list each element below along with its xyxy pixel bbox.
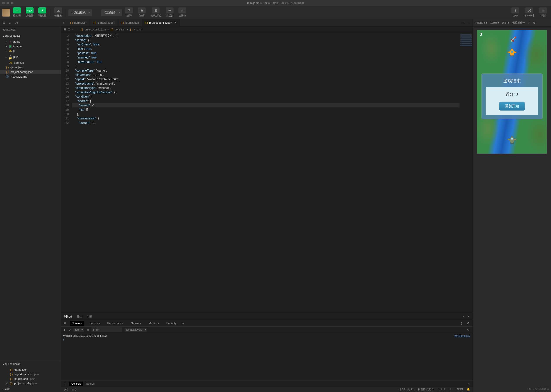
drawer-close-icon[interactable]: ✕ xyxy=(468,382,470,385)
console-output[interactable]: Wechat Lib:2.10.0, 2020.1.6 16:54:02WAGa… xyxy=(61,333,473,380)
tree-item-game.json[interactable]: { }game.json xyxy=(0,65,61,70)
status-cursor[interactable]: 行 18，列 21 xyxy=(399,388,413,391)
panel-close-icon[interactable]: ✕ xyxy=(467,315,470,318)
compile-mode-dropdown[interactable]: 普通编译 xyxy=(101,9,122,16)
status-warnings[interactable]: ⚠ 0 xyxy=(72,388,76,391)
bookmark-icon[interactable]: ☐ xyxy=(68,28,70,31)
editor-toggle[interactable]: </>编辑器 xyxy=(24,7,35,18)
open-editor-plugin.json[interactable]: { }plugin.jsonplus xyxy=(0,377,61,381)
console-play-icon[interactable]: ▶ xyxy=(64,328,66,331)
devtab-network[interactable]: Network xyxy=(129,321,143,326)
panel-tab-debugger[interactable]: 调试器 xyxy=(64,315,72,318)
svg-point-0 xyxy=(511,51,513,53)
device-select[interactable]: iPhone 5 ▾ xyxy=(475,21,487,24)
devtools-menu-icon[interactable]: ⋮ xyxy=(460,322,463,325)
console-eye-icon[interactable]: ◉ xyxy=(87,328,89,331)
devtools-settings-icon[interactable]: ⚙ xyxy=(467,322,470,325)
status-tabsize[interactable]: 制表符长度: 2 xyxy=(418,388,434,391)
game-canvas[interactable]: 3 🚀 游戏结束 得分: 3 重新开始 xyxy=(477,30,547,154)
devtools-dock-icon[interactable]: ⧉ xyxy=(64,322,66,325)
more-icon[interactable]: ⋯ xyxy=(467,21,470,24)
nav-forward-icon[interactable]: → xyxy=(76,28,79,31)
open-editors-section[interactable]: ▾打开的编辑器 xyxy=(0,361,61,367)
minimize-window[interactable] xyxy=(7,2,9,4)
nav-back-icon[interactable]: ← xyxy=(72,28,74,31)
window-title: minigame-8 - 微信开发者工具 v1.02.2001070 xyxy=(247,1,304,5)
console-source-link[interactable]: WAGame.js:2 xyxy=(454,334,471,337)
tree-item-README.md[interactable]: ⓘREADME.md xyxy=(0,74,61,79)
tree-item-plus[interactable]: ▸▸ 📁plus xyxy=(0,53,61,61)
tree-item-audio[interactable]: ▸♪audio xyxy=(0,39,61,44)
rocket-icon: 🚀 xyxy=(510,36,516,42)
tab-plugin.json[interactable]: { }plugin.json xyxy=(118,19,142,26)
outline-section[interactable]: ▸大纲 xyxy=(0,386,61,392)
debugger-toggle[interactable]: ✶调试器 xyxy=(36,7,48,18)
split-editor-icon[interactable]: ◫ xyxy=(462,21,464,24)
tab-history-icon[interactable]: ⎘ xyxy=(61,21,67,24)
zoom-select[interactable]: 100% ▾ xyxy=(490,21,499,24)
panel-tab-problems[interactable]: 问题 xyxy=(87,315,93,318)
panel-collapse-icon[interactable]: ▴ xyxy=(463,315,464,318)
version-button[interactable]: ⎇版本管理 xyxy=(522,7,536,18)
tree-item-images[interactable]: ▸▣images xyxy=(0,44,61,49)
devtab-console[interactable]: Console xyxy=(70,321,84,326)
sidebar: ☰ ⌕ ⎇ 资源管理器 ▾MINIGAME-8 ▸♪audio▸▣images▸… xyxy=(0,19,61,392)
game-score: 3 xyxy=(480,32,482,37)
explorer-title: 资源管理器 xyxy=(0,27,61,34)
detail-button[interactable]: ≡详情 xyxy=(537,7,549,18)
maximize-window[interactable] xyxy=(11,2,14,4)
panel-tab-output[interactable]: 输出 xyxy=(77,315,83,318)
upload-button[interactable]: ⇪上传 xyxy=(510,7,521,18)
devtab-sources[interactable]: Sources xyxy=(88,321,102,326)
devtab-memory[interactable]: Memory xyxy=(147,321,161,326)
popout-icon[interactable]: ⧉ xyxy=(533,21,535,24)
open-editor-game.json[interactable]: { }game.json xyxy=(0,367,61,372)
project-root[interactable]: ▾MINIGAME-8 xyxy=(0,34,61,39)
console-filter-input[interactable] xyxy=(91,327,122,332)
devtab-security[interactable]: Security xyxy=(164,321,178,326)
breadcrumb-menu-icon[interactable]: ☰ xyxy=(64,28,66,31)
cloud-dev-button[interactable]: ☁云开发 xyxy=(52,7,64,18)
real-debug-button[interactable]: ⊞真机调试 xyxy=(149,7,163,18)
tree-item-js[interactable]: ▸JSjs xyxy=(0,49,61,53)
console-clear-icon[interactable]: ⊘ xyxy=(69,328,71,331)
restart-button[interactable]: 重新开始 xyxy=(499,102,525,111)
drawer-console[interactable]: Console xyxy=(69,382,83,386)
clear-cache-button[interactable]: ≡清缓存 xyxy=(177,7,188,18)
tree-item-game.js[interactable]: JSgame.js xyxy=(0,61,61,65)
statusbar: ⊘ 0 ⚠ 0 行 18，列 21 制表符长度: 2 UTF-8 LF JSON… xyxy=(61,387,473,392)
background-button[interactable]: ⇤切后台 xyxy=(164,7,175,18)
open-editor-signature.json[interactable]: { }signature.jsonplus xyxy=(0,372,61,377)
status-encoding[interactable]: UTF-8 xyxy=(437,388,445,391)
preview-button[interactable]: ◉预览 xyxy=(136,7,147,18)
user-avatar[interactable] xyxy=(2,9,10,16)
explorer-icon[interactable]: ☰ xyxy=(3,21,5,24)
simulator-toggle[interactable]: ▭模拟器 xyxy=(11,7,23,18)
branch-icon[interactable]: ⎇ xyxy=(15,21,18,24)
console-gear-icon[interactable]: ⚙ xyxy=(467,328,470,331)
devtab-more-icon[interactable]: » xyxy=(182,322,184,325)
drawer-menu-icon[interactable]: ⋮ xyxy=(64,382,66,385)
compile-button[interactable]: ⟳编译 xyxy=(123,7,135,18)
tree-item-project.config.json[interactable]: { }project.config.json xyxy=(0,70,61,74)
console-context-select[interactable]: top xyxy=(73,328,84,332)
mode-dropdown[interactable]: 小游戏模式 xyxy=(68,9,92,16)
status-lang[interactable]: JSON xyxy=(456,388,463,391)
tab-project.config.json[interactable]: { }project.config.json✕ xyxy=(142,19,180,26)
mute-icon[interactable]: 🕨 xyxy=(528,21,530,24)
tab-game.json[interactable]: { }game.json xyxy=(67,19,90,26)
sim-action-select[interactable]: 模拟操作 ▾ xyxy=(512,21,525,25)
network-select[interactable]: WiFi ▾ xyxy=(502,21,509,24)
console-levels-select[interactable]: Default levels xyxy=(124,328,147,332)
devtab-performance[interactable]: Performance xyxy=(105,321,125,326)
status-errors[interactable]: ⊘ 0 xyxy=(64,388,68,391)
drawer-search[interactable]: Search xyxy=(86,382,94,385)
close-window[interactable] xyxy=(2,2,5,4)
code-editor[interactable]: 2345678910111213141516171819202122 "desc… xyxy=(61,33,473,313)
status-eol[interactable]: LF xyxy=(449,388,452,391)
minimap[interactable] xyxy=(460,33,473,313)
tab-signature.json[interactable]: { }signature.json xyxy=(90,19,118,26)
open-editor-project.config.json[interactable]: ✕{ }project.config.json xyxy=(0,381,61,386)
search-icon[interactable]: ⌕ xyxy=(9,21,11,24)
status-bell-icon[interactable]: 🔔 xyxy=(467,388,470,391)
